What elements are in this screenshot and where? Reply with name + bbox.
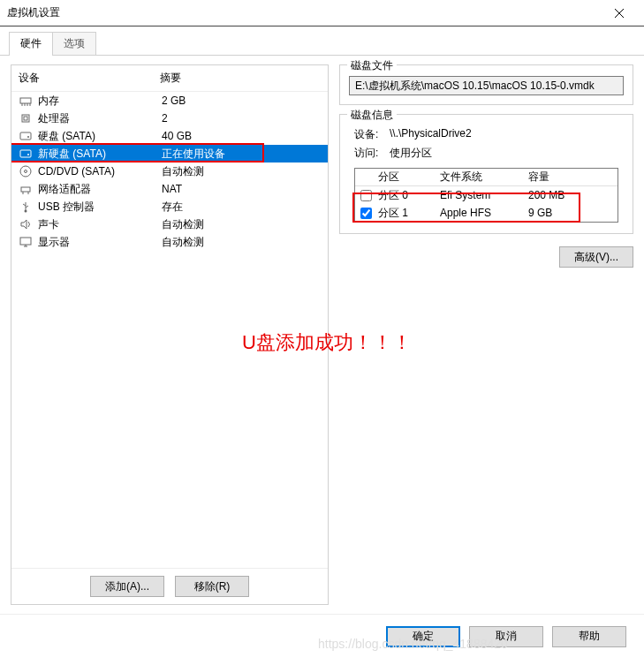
device-name: USB 控制器: [38, 200, 162, 215]
partition-table: 分区 文件系统 容量 分区 0 Efi System 200 MB 分区 1 A…: [354, 168, 618, 223]
partition-row-1[interactable]: 分区 1 Apple HFS 9 GB: [355, 204, 617, 222]
svg-rect-11: [20, 150, 31, 157]
device-summary: 自动检测: [162, 164, 204, 179]
device-row-display[interactable]: 显示器 自动检测: [11, 233, 328, 251]
titlebar: 虚拟机设置: [0, 0, 644, 26]
svg-point-12: [27, 154, 29, 155]
device-name: 新硬盘 (SATA): [38, 147, 162, 162]
device-summary: 自动检测: [162, 235, 204, 250]
partition-fs: Apple HFS: [440, 207, 528, 219]
device-list: 内存 2 GB 处理器 2 硬盘 (SATA) 40 GB 新硬盘 (SATA)…: [11, 92, 328, 568]
remove-button[interactable]: 移除(R): [175, 576, 249, 597]
partition-fs: Efi System: [440, 189, 528, 201]
header-capacity: 容量: [528, 170, 612, 185]
device-row-sound[interactable]: 声卡 自动检测: [11, 215, 328, 233]
partition-checkbox-1[interactable]: [360, 208, 372, 219]
partition-header: 分区 文件系统 容量: [355, 169, 617, 186]
svg-point-14: [25, 170, 27, 173]
add-button[interactable]: 添加(A)...: [90, 576, 164, 597]
device-name: 声卡: [38, 217, 162, 232]
disk-device-row: 设备: \\.\PhysicalDrive2: [349, 125, 624, 144]
advanced-button[interactable]: 高级(V)...: [559, 246, 633, 268]
access-value: 使用分区: [390, 146, 432, 161]
header-summary: 摘要: [160, 71, 181, 86]
device-summary: NAT: [162, 183, 182, 195]
device-name: 硬盘 (SATA): [38, 129, 162, 144]
access-label: 访问:: [354, 146, 390, 161]
device-name: CD/DVD (SATA): [38, 165, 162, 178]
advanced-row: 高级(V)...: [339, 243, 633, 271]
partition-cap: 200 MB: [528, 189, 612, 201]
partition-name: 分区 1: [378, 206, 440, 221]
window-title: 虚拟机设置: [7, 5, 602, 20]
detail-panel: 磁盘文件 磁盘信息 设备: \\.\PhysicalDrive2 访问: 使用分…: [339, 64, 633, 605]
device-row-network[interactable]: 网络适配器 NAT: [11, 180, 328, 198]
device-row-new-disk[interactable]: 新硬盘 (SATA) 正在使用设备: [11, 145, 328, 162]
tabs: 硬件 选项: [0, 26, 644, 56]
device-name: 内存: [38, 94, 162, 109]
svg-rect-9: [20, 132, 31, 140]
device-list-header: 设备 摘要: [11, 65, 328, 92]
device-value: \\.\PhysicalDrive2: [390, 127, 472, 142]
device-summary: 存在: [162, 200, 183, 215]
header-filesystem: 文件系统: [440, 170, 528, 185]
content: 设备 摘要 内存 2 GB 处理器 2 硬盘 (SATA) 40 GB 新硬盘 …: [0, 56, 644, 614]
svg-rect-2: [20, 98, 31, 103]
device-summary: 自动检测: [162, 217, 204, 232]
header-device: 设备: [19, 71, 160, 86]
partition-checkbox-0[interactable]: [360, 190, 372, 201]
partition-name: 分区 0: [378, 188, 440, 203]
device-row-disk[interactable]: 硬盘 (SATA) 40 GB: [11, 127, 328, 145]
partition-row-0[interactable]: 分区 0 Efi System 200 MB: [355, 186, 617, 204]
device-row-cpu[interactable]: 处理器 2: [11, 110, 328, 127]
disk-info-group: 磁盘信息 设备: \\.\PhysicalDrive2 访问: 使用分区 分区 …: [339, 114, 633, 234]
device-row-cd[interactable]: CD/DVD (SATA) 自动检测: [11, 162, 328, 180]
cancel-button[interactable]: 取消: [469, 626, 543, 647]
disk-icon: [19, 147, 33, 161]
close-icon: [614, 8, 625, 19]
device-summary: 2 GB: [162, 94, 186, 107]
device-summary: 正在使用设备: [162, 147, 225, 162]
svg-rect-23: [20, 238, 31, 245]
partition-cap: 9 GB: [528, 207, 612, 219]
svg-rect-15: [21, 187, 30, 192]
disk-access-row: 访问: 使用分区: [349, 144, 624, 162]
svg-rect-8: [24, 117, 27, 120]
dialog-buttons: https://blog.csdn.net/qq_41888420 确定 取消 …: [0, 614, 644, 658]
device-summary: 2: [162, 112, 168, 125]
device-list-panel: 设备 摘要 内存 2 GB 处理器 2 硬盘 (SATA) 40 GB 新硬盘 …: [11, 64, 329, 605]
disk-file-path[interactable]: [349, 76, 624, 95]
device-row-usb[interactable]: USB 控制器 存在: [11, 198, 328, 215]
network-icon: [19, 182, 33, 196]
ok-button[interactable]: 确定: [386, 626, 460, 647]
help-button[interactable]: 帮助: [552, 626, 626, 647]
close-button[interactable]: [602, 1, 637, 26]
svg-marker-22: [21, 220, 27, 229]
header-partition: 分区: [378, 170, 440, 185]
display-icon: [19, 235, 33, 249]
sound-icon: [19, 217, 33, 231]
svg-rect-7: [22, 115, 29, 122]
device-summary: 40 GB: [162, 130, 192, 142]
disk-info-legend: 磁盘信息: [347, 108, 397, 123]
disk-icon: [19, 129, 33, 143]
svg-point-10: [27, 136, 29, 138]
usb-icon: [19, 200, 33, 214]
cpu-icon: [19, 111, 33, 125]
memory-icon: [19, 94, 33, 108]
device-row-memory[interactable]: 内存 2 GB: [11, 92, 328, 110]
device-label: 设备:: [354, 127, 390, 142]
device-name: 显示器: [38, 235, 162, 250]
svg-point-13: [20, 166, 31, 177]
device-name: 处理器: [38, 111, 162, 126]
device-name: 网络适配器: [38, 182, 162, 197]
disk-file-group: 磁盘文件: [339, 64, 633, 105]
tab-hardware[interactable]: 硬件: [9, 32, 53, 56]
cd-icon: [19, 164, 33, 178]
tab-options[interactable]: 选项: [52, 32, 96, 55]
disk-file-legend: 磁盘文件: [347, 58, 397, 73]
device-buttons: 添加(A)... 移除(R): [11, 568, 328, 604]
